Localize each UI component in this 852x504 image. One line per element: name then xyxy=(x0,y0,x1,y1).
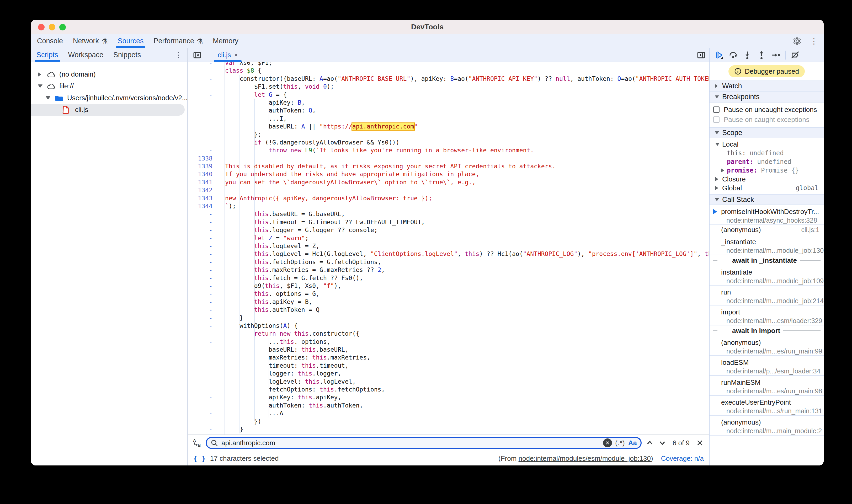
stack-frame[interactable]: importnode:internal/m...esm/loader:329 xyxy=(710,306,824,325)
search-field[interactable]: (.*) Aa xyxy=(206,437,642,449)
step-over-icon[interactable] xyxy=(727,49,739,61)
section-call-stack[interactable]: Call Stack xyxy=(710,194,824,205)
stack-frame[interactable]: runnode:internal/m...module_job:214 xyxy=(710,286,824,306)
stack-frame[interactable]: (anonymous)node:internal/m...main_module… xyxy=(710,416,824,435)
line-number[interactable]: - xyxy=(188,306,224,313)
pause-on-uncaught-row[interactable]: Pause on uncaught exceptions xyxy=(710,105,824,114)
line-number[interactable]: - xyxy=(188,417,224,425)
gear-icon[interactable] xyxy=(792,35,803,47)
line-number[interactable]: - xyxy=(188,354,224,361)
line-number[interactable]: - xyxy=(188,409,224,417)
line-number[interactable]: - xyxy=(188,425,224,433)
scope-group-local[interactable]: Local xyxy=(710,140,824,149)
line-number[interactable]: - xyxy=(188,250,224,258)
line-number[interactable]: - xyxy=(188,131,224,139)
stack-frame[interactable]: promiseInitHookWithDestroyTr...node:inte… xyxy=(710,205,824,225)
clear-search-icon[interactable] xyxy=(603,438,612,447)
resume-script-icon[interactable] xyxy=(713,49,725,61)
line-number[interactable]: - xyxy=(188,362,224,370)
stack-frame[interactable]: executeUserEntryPointnode:internal/m...s… xyxy=(710,396,824,416)
line-number[interactable]: - xyxy=(188,258,224,266)
line-number[interactable]: - xyxy=(188,146,224,154)
line-number[interactable]: - xyxy=(188,274,224,282)
section-scope[interactable]: Scope xyxy=(710,127,824,138)
line-number[interactable]: - xyxy=(188,98,224,106)
tab-performance[interactable]: Performance⚗ xyxy=(148,34,208,48)
line-number[interactable]: - xyxy=(188,266,224,274)
module-job-link[interactable]: node:internal/modules/esm/module_job:130 xyxy=(519,454,651,462)
close-search-icon[interactable] xyxy=(695,438,704,447)
line-number[interactable]: - xyxy=(188,67,224,74)
line-number[interactable]: - xyxy=(188,370,224,377)
line-number[interactable]: - xyxy=(188,346,224,354)
line-number[interactable]: - xyxy=(188,226,224,234)
gutter[interactable]: ------------1338133913401341134213431344… xyxy=(188,62,225,434)
line-number[interactable]: - xyxy=(188,378,224,385)
code-editor[interactable]: ------------1338133913401341134213431344… xyxy=(188,62,709,434)
regex-toggle[interactable]: (.*) xyxy=(615,439,625,447)
step-icon[interactable] xyxy=(770,49,781,61)
line-number[interactable]: - xyxy=(188,330,224,338)
chevron-down-icon[interactable] xyxy=(46,96,50,100)
navtab-scripts[interactable]: Scripts xyxy=(32,48,63,61)
tab-console[interactable]: Console xyxy=(32,34,68,48)
stack-async-boundary[interactable]: await in import xyxy=(710,325,824,336)
scope-var-promise[interactable]: promise: Promise {} xyxy=(710,166,824,175)
line-number[interactable]: - xyxy=(188,139,224,146)
stack-frame[interactable]: _instantiatenode:internal/m...module_job… xyxy=(710,235,824,255)
hide-navigator-icon[interactable] xyxy=(192,49,203,61)
section-watch[interactable]: Watch xyxy=(710,80,824,91)
scope-var-this[interactable]: this: undefined xyxy=(710,149,824,157)
coverage-link[interactable]: Coverage: n/a xyxy=(661,454,704,463)
line-number[interactable]: - xyxy=(188,123,224,130)
line-number[interactable]: 1339 xyxy=(188,162,224,170)
line-number[interactable]: - xyxy=(188,210,224,218)
checkbox-uncaught[interactable] xyxy=(713,106,720,113)
stack-frame[interactable]: instantiatenode:internal/m...module_job:… xyxy=(710,266,824,286)
line-number[interactable]: - xyxy=(188,114,224,123)
line-number[interactable]: 1340 xyxy=(188,170,224,178)
tab-sources[interactable]: Sources xyxy=(112,34,148,48)
kebab-menu-icon[interactable]: ⋮ xyxy=(810,36,818,46)
line-number[interactable]: - xyxy=(188,83,224,90)
previous-match-icon[interactable] xyxy=(645,438,654,447)
stack-frame[interactable]: loadESMnode:internal/p.../esm_loader:34 xyxy=(710,356,824,376)
line-number[interactable]: 1342 xyxy=(188,186,224,194)
match-case-toggle[interactable]: Aa xyxy=(628,439,637,447)
tree-item-file-[interactable]: file:// xyxy=(31,80,187,92)
next-match-icon[interactable] xyxy=(658,438,667,447)
line-number[interactable]: - xyxy=(188,322,224,330)
line-number[interactable]: - xyxy=(188,218,224,226)
navtab-workspace[interactable]: Workspace xyxy=(63,48,109,61)
scope-group-closure[interactable]: Closure xyxy=(710,175,824,183)
line-number[interactable]: 1343 xyxy=(188,194,224,202)
line-number[interactable]: - xyxy=(188,62,224,67)
step-into-icon[interactable] xyxy=(742,49,753,61)
line-number[interactable]: - xyxy=(188,91,224,98)
pretty-print-icon[interactable]: { } xyxy=(193,454,206,463)
tab-cli-js[interactable]: cli.js × xyxy=(214,48,242,61)
line-number[interactable]: - xyxy=(188,314,224,322)
chevron-down-icon[interactable] xyxy=(38,85,42,88)
tree-item-users-jinhuilee-nvm-versions-node-v2-[interactable]: Users/jinhuilee/.nvm/versions/node/v2... xyxy=(31,92,187,104)
line-number[interactable]: - xyxy=(188,298,224,306)
search-input[interactable] xyxy=(221,439,600,447)
line-number[interactable]: - xyxy=(188,75,224,83)
line-number[interactable]: - xyxy=(188,385,224,393)
stack-frame[interactable]: runMainESMnode:internal/m...es/run_main:… xyxy=(710,376,824,396)
stack-frame[interactable]: (anonymous)cli.js:1 xyxy=(710,225,824,235)
line-number[interactable]: - xyxy=(188,234,224,242)
step-out-icon[interactable] xyxy=(756,49,767,61)
line-number[interactable]: - xyxy=(188,106,224,114)
replace-toggle-icon[interactable]: AB xyxy=(193,438,202,448)
stack-async-boundary[interactable]: await in _instantiate xyxy=(710,255,824,266)
deactivate-breakpoints-icon[interactable] xyxy=(789,49,801,61)
line-number[interactable]: 1341 xyxy=(188,178,224,186)
chevron-right-icon[interactable] xyxy=(38,72,41,77)
line-number[interactable]: 1344 xyxy=(188,202,224,210)
line-number[interactable]: - xyxy=(188,393,224,401)
navtab-snippets[interactable]: Snippets xyxy=(108,48,146,61)
scope-group-global[interactable]: Globalglobal xyxy=(710,183,824,193)
line-number[interactable]: - xyxy=(188,282,224,290)
tab-memory[interactable]: Memory xyxy=(208,34,244,48)
